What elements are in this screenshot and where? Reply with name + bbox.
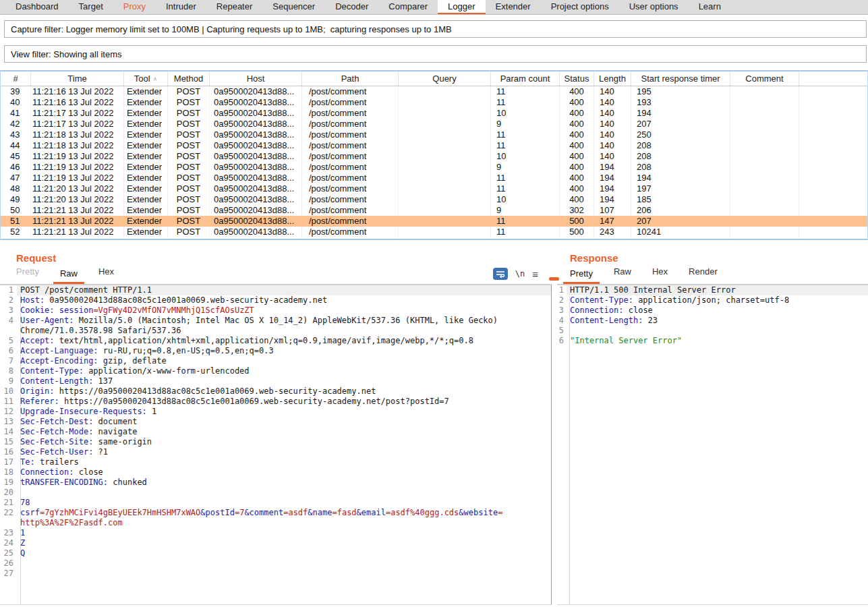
log-row-52[interactable]: 5211:21:21 13 Jul 2022ExtenderPOST0a9500… [1,227,867,237]
cell-method: POST [168,216,210,227]
log-row-43[interactable]: 4311:21:18 13 Jul 2022ExtenderPOST0a9500… [1,129,867,140]
column-header-time[interactable]: Time [31,71,124,86]
column-header-path[interactable]: Path [302,71,399,86]
cell-host: 0a9500020413d88... [210,183,302,194]
line-number: 4 [557,316,567,326]
menu-item-repeater[interactable]: Repeater [206,0,262,14]
cell-status: 400 [560,129,594,140]
line-content: Chrome/71.0.3578.98 Safari/537.36 [17,326,551,336]
line-number: 4 [0,316,17,326]
column-header-length[interactable]: Length [594,71,631,86]
menu-item-sequencer[interactable]: Sequencer [262,0,325,14]
column-header-query[interactable]: Query [399,71,491,86]
cell-status: 400 [560,97,594,108]
column-header-host[interactable]: Host [210,71,302,86]
request-tab-pretty[interactable]: Pretty [9,266,46,284]
line-content: Accept: text/html,application/xhtml+xml,… [17,336,551,346]
cell-param-count: 10 [491,151,560,162]
response-tab-raw[interactable]: Raw [607,266,638,284]
menu-item-proxy[interactable]: Proxy [113,0,156,14]
cell-status: 400 [560,86,594,97]
cell-time: 11:21:18 13 Jul 2022 [31,129,124,140]
newline-icon[interactable]: \n [515,269,525,279]
column-header-method[interactable]: Method [168,71,210,86]
line-content: Te: trailers [17,457,551,467]
wrap-lines-icon[interactable] [493,268,508,280]
cell-time: 11:21:20 13 Jul 2022 [31,194,124,205]
cell-start-response-timer: 194 [631,108,730,119]
response-editor[interactable]: 1HTTP/1.1 500 Internal Server Error2Cont… [557,285,868,605]
line-number: 12 [0,407,17,417]
log-row-47[interactable]: 4711:21:19 13 Jul 2022ExtenderPOST0a9500… [1,173,867,183]
response-tab-pretty[interactable]: Pretty [563,268,600,284]
cell-tool: Extender [124,216,168,227]
menu-item-intruder[interactable]: Intruder [156,0,206,14]
request-line-20: 20 [0,488,551,498]
cell-time: 11:21:19 13 Jul 2022 [31,151,124,162]
cell-param-count: 11 [491,97,560,108]
cell-host: 0a9500020413d88... [210,151,302,162]
line-content: HTTP/1.1 500 Internal Server Error [567,285,868,295]
cell-length: 147 [594,237,631,240]
log-row-50[interactable]: 5011:21:21 13 Jul 2022ExtenderPOST0a9500… [1,205,867,216]
column-header-comment[interactable]: Comment [730,71,799,86]
column-header-tool[interactable]: Tool∧ [124,71,168,86]
line-content: Connection: close [567,306,868,316]
request-line-9: 9Content-Length: 137 [0,376,551,386]
cell-query [399,162,491,173]
log-row-49[interactable]: 4911:21:20 13 Jul 2022ExtenderPOST0a9500… [1,194,867,205]
view-filter-bar[interactable]: View filter: Showing all items [4,45,867,63]
log-row-48[interactable]: 4811:21:20 13 Jul 2022ExtenderPOST0a9500… [1,183,867,194]
log-row-44[interactable]: 4411:21:18 13 Jul 2022ExtenderPOST0a9500… [1,140,867,151]
menu-item-dashboard[interactable]: Dashboard [5,0,69,14]
column-header-param-count[interactable]: Param count [491,71,560,86]
line-number: 10 [0,386,17,397]
menu-item-comparer[interactable]: Comparer [378,0,438,14]
log-row-41[interactable]: 4111:21:17 13 Jul 2022ExtenderPOST0a9500… [1,108,867,119]
line-content: Host: 0a9500020413d88ac08c5c1e001a0069.w… [17,295,551,306]
cell-num: 40 [1,97,31,108]
cell-method: POST [168,227,210,237]
log-row-39[interactable]: 3911:21:16 13 Jul 2022ExtenderPOST0a9500… [1,86,867,97]
request-editor[interactable]: 1POST /post/comment HTTP/1.12Host: 0a950… [0,285,552,605]
log-row-42[interactable]: 4211:21:17 13 Jul 2022ExtenderPOST0a9500… [1,119,867,129]
response-tab-render[interactable]: Render [682,266,724,284]
menu-item-user-options[interactable]: User options [619,0,689,14]
request-tab-raw[interactable]: Raw [53,268,84,284]
line-number [0,326,17,336]
message-panes: Request PrettyRawHex \n ≡ 1POST /post/co… [0,244,868,607]
line-content [567,326,868,336]
column-header-status[interactable]: Status [560,71,594,86]
cell-length: 140 [594,140,631,151]
line-number: 1 [557,285,567,295]
column-header-start-response-timer[interactable]: Start response timer [631,71,730,86]
cell-time: 11:21:17 13 Jul 2022 [31,108,124,119]
response-line-3: 3Connection: close [557,306,868,316]
cell-path: /post/comment [302,205,399,216]
request-line-12: 12Upgrade-Insecure-Requests: 1 [0,407,551,417]
capture-filter-bar[interactable]: Capture filter: Logger memory limit set … [4,20,867,38]
log-row-40[interactable]: 4011:21:16 13 Jul 2022ExtenderPOST0a9500… [1,97,867,108]
log-row-53[interactable]: 5311:21:22 13 Jul 2022ExtenderPOST0a9500… [1,237,867,240]
cell-host: 0a9500020413d88... [210,216,302,227]
menu-item-extender[interactable]: Extender [486,0,541,14]
menu-item-target[interactable]: Target [69,0,113,14]
request-tab-hex[interactable]: Hex [92,266,121,284]
column-header--[interactable]: # [1,71,31,86]
menu-item-learn[interactable]: Learn [689,0,731,14]
log-row-45[interactable]: 4511:21:19 13 Jul 2022ExtenderPOST0a9500… [1,151,867,162]
response-tab-hex[interactable]: Hex [645,266,674,284]
log-row-46[interactable]: 4611:21:19 13 Jul 2022ExtenderPOST0a9500… [1,162,867,173]
log-row-51[interactable]: 5111:21:21 13 Jul 2022ExtenderPOST0a9500… [1,216,867,227]
cell-path: /post/comment [302,183,399,194]
menu-item-decoder[interactable]: Decoder [325,0,378,14]
cell-length: 107 [594,205,631,216]
cell-query [399,97,491,108]
menu-item-logger[interactable]: Logger [438,0,485,14]
cell-path: /post/comment [302,119,399,129]
menu-item-project-options[interactable]: Project options [541,0,619,14]
editor-menu-icon[interactable]: ≡ [532,269,538,279]
pane-divider[interactable] [552,244,557,607]
cell-time: 11:21:16 13 Jul 2022 [31,97,124,108]
cell-status: 400 [560,151,594,162]
